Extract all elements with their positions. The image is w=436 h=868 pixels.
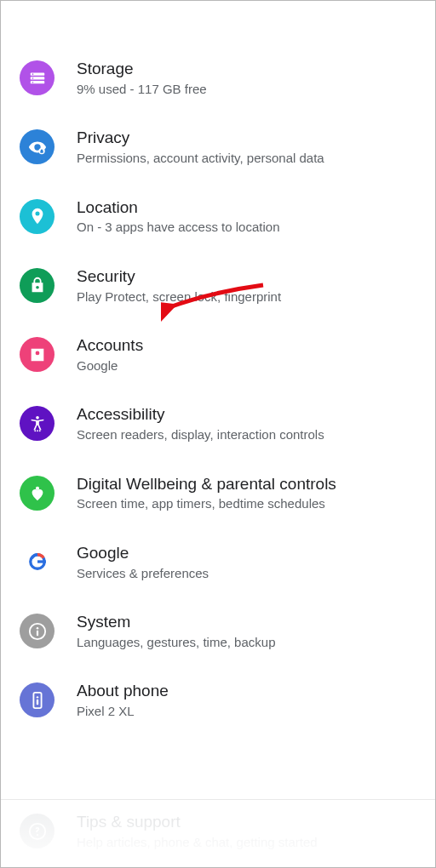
setting-item-title: Security (77, 266, 416, 287)
help-icon (20, 814, 54, 848)
svg-point-8 (36, 416, 39, 420)
account-box-icon (20, 337, 54, 372)
setting-item-subtitle: On - 3 apps have access to location (77, 219, 416, 236)
setting-item-title: Google (77, 543, 416, 563)
setting-item-accessibility[interactable]: Accessibility Screen readers, display, i… (1, 389, 435, 458)
setting-item-title: Location (77, 197, 416, 218)
phone-icon (20, 682, 54, 717)
setting-item-subtitle: Help articles, phone & chat, getting sta… (77, 834, 416, 851)
eye-lock-icon (20, 129, 54, 164)
setting-item-system[interactable]: System Languages, gestures, time, backup (1, 597, 435, 665)
setting-item-security[interactable]: Security Play Protect, screen lock, fing… (1, 251, 435, 320)
setting-item-title: Digital Wellbeing & parental controls (77, 474, 416, 494)
wellbeing-icon (20, 476, 54, 511)
setting-item-title: Accessibility (77, 404, 416, 425)
svg-point-16 (36, 627, 38, 630)
setting-item-about-phone[interactable]: About phone Pixel 2 XL (1, 665, 435, 734)
setting-item-subtitle: Play Protect, screen lock, fingerprint (77, 288, 416, 306)
svg-point-20 (36, 696, 37, 698)
setting-item-subtitle: Google (77, 357, 416, 374)
storage-icon (20, 60, 54, 95)
setting-item-subtitle: Pixel 2 XL (77, 703, 416, 720)
svg-point-4 (32, 77, 33, 79)
setting-item-text: About phone Pixel 2 XL (77, 681, 416, 719)
setting-item-text: Accounts Google (77, 335, 416, 374)
settings-list: Storage 9% used - 117 GB free Privacy Pe… (1, 1, 435, 735)
setting-item-title: Accounts (77, 335, 416, 356)
info-icon (20, 614, 54, 648)
setting-item-text: Location On - 3 apps have access to loca… (77, 197, 416, 236)
setting-item-subtitle: Screen time, app timers, bedtime schedul… (77, 495, 416, 512)
svg-rect-19 (36, 700, 37, 705)
setting-item-subtitle: Languages, gestures, time, backup (77, 634, 416, 651)
svg-point-3 (32, 73, 33, 75)
setting-item-title: About phone (77, 681, 416, 701)
svg-point-5 (32, 81, 33, 83)
setting-item-text: Digital Wellbeing & parental controls Sc… (77, 474, 416, 512)
setting-item-text: Storage 9% used - 117 GB free (77, 59, 416, 97)
svg-point-10 (37, 430, 38, 431)
setting-item-privacy[interactable]: Privacy Permissions, account activity, p… (1, 112, 435, 181)
svg-rect-14 (37, 561, 46, 563)
setting-item-text: Accessibility Screen readers, display, i… (77, 404, 416, 443)
svg-rect-17 (36, 630, 37, 635)
setting-item-text: Privacy Permissions, account activity, p… (77, 128, 416, 166)
setting-item-wellbeing[interactable]: Digital Wellbeing & parental controls Sc… (1, 459, 435, 528)
setting-item-storage[interactable]: Storage 9% used - 117 GB free (1, 43, 435, 112)
svg-point-6 (36, 146, 38, 148)
accessibility-icon (20, 406, 54, 441)
setting-item-title: Tips & support (77, 812, 416, 832)
setting-item-text: Security Play Protect, screen lock, fing… (77, 266, 416, 305)
setting-item-title: Storage (77, 59, 416, 79)
setting-item-text: Tips & support Help articles, phone & ch… (77, 812, 416, 850)
setting-item-google[interactable]: Google Services & preferences (1, 528, 435, 597)
setting-item-subtitle: Screen readers, display, interaction con… (77, 426, 416, 443)
svg-point-22 (36, 834, 37, 836)
setting-item-subtitle: Services & preferences (77, 565, 416, 582)
setting-item-accounts[interactable]: Accounts Google (1, 320, 435, 389)
svg-point-9 (34, 430, 36, 431)
setting-item-title: System (77, 612, 416, 632)
setting-item-subtitle: 9% used - 117 GB free (77, 81, 416, 98)
setting-item-subtitle: Permissions, account activity, personal … (77, 150, 416, 167)
setting-item-location[interactable]: Location On - 3 apps have access to loca… (1, 182, 435, 251)
setting-item-text: System Languages, gestures, time, backup (77, 612, 416, 650)
setting-item-tips-support[interactable]: Tips & support Help articles, phone & ch… (1, 799, 435, 867)
svg-point-11 (38, 430, 40, 431)
setting-item-title: Privacy (77, 128, 416, 148)
setting-item-text: Google Services & preferences (77, 543, 416, 581)
google-g-icon (20, 545, 54, 580)
location-pin-icon (20, 199, 54, 234)
lock-icon (20, 268, 54, 303)
